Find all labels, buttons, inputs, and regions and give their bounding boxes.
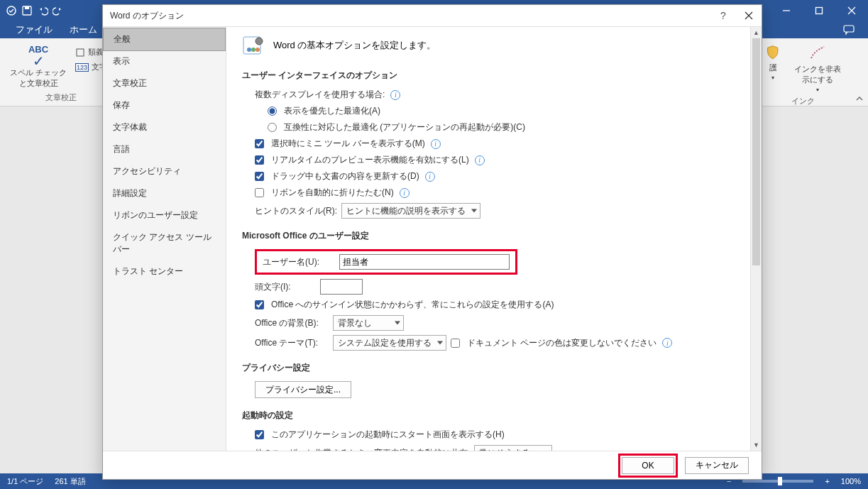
highlight-ok: OK: [618, 454, 678, 478]
info-icon[interactable]: i: [475, 155, 485, 165]
sidebar-item-general[interactable]: 全般: [103, 28, 226, 51]
info-icon[interactable]: i: [425, 172, 435, 182]
radio-compat-optimize[interactable]: [268, 123, 277, 132]
section-privacy: プライバシー設定: [242, 362, 735, 374]
ok-button[interactable]: OK: [622, 457, 674, 474]
office-background-label: Office の背景(B):: [255, 317, 329, 329]
status-words[interactable]: 261 単語: [55, 476, 85, 487]
radio-display-optimize[interactable]: [268, 106, 277, 116]
section-user-settings: Microsoft Office のユーザー設定: [242, 230, 735, 242]
status-page[interactable]: 1/1 ページ: [7, 476, 43, 487]
svg-rect-8: [77, 49, 84, 56]
username-input[interactable]: [339, 254, 510, 270]
cb-always-use-settings-label: Office へのサインイン状態にかかわらず、常にこれらの設定を使用する(A): [271, 299, 554, 311]
autosave-icon[interactable]: [6, 5, 17, 16]
info-icon[interactable]: i: [390, 90, 400, 100]
collapse-ribbon-button[interactable]: [854, 93, 865, 104]
share-changes-label: 他のユーザーと作業するとき、変更内容を自動的に共有:: [255, 447, 470, 451]
info-icon[interactable]: i: [400, 188, 410, 198]
scroll-down-icon[interactable]: ▼: [751, 439, 762, 451]
share-changes-dropdown[interactable]: 常にそうする: [474, 445, 552, 451]
maximize-button[interactable]: [803, 0, 835, 21]
options-header-text: Word の基本オプションを設定します。: [273, 39, 436, 52]
sidebar-item-proofing[interactable]: 文章校正: [103, 72, 226, 94]
sidebar-item-advanced[interactable]: 詳細設定: [103, 182, 226, 204]
sidebar-item-customize-ribbon[interactable]: リボンのユーザー設定: [103, 204, 226, 226]
cb-theme-docpage-color[interactable]: [451, 339, 460, 348]
group-proofing-label: 文章校正: [45, 92, 77, 103]
dialog-close-button[interactable]: [736, 5, 762, 26]
username-label: ユーザー名(U):: [263, 256, 319, 268]
radio-display-optimize-label: 表示を優先した最適化(A): [284, 105, 380, 117]
tab-file[interactable]: ファイル: [7, 21, 61, 39]
undo-icon[interactable]: [37, 5, 48, 16]
svg-point-12: [247, 48, 251, 52]
cb-drag-update-label: ドラッグ中も文書の内容を更新する(D): [271, 170, 419, 182]
spell-check-button[interactable]: ABC ✓ スペル チェック と文章校正: [7, 41, 70, 92]
scroll-up-icon[interactable]: ▲: [751, 27, 762, 38]
info-icon[interactable]: i: [662, 338, 672, 348]
section-startup: 起動時の設定: [242, 410, 735, 422]
office-theme-dropdown[interactable]: システム設定を使用する: [333, 335, 446, 351]
minimize-button[interactable]: [770, 0, 803, 21]
options-header-icon: [242, 34, 265, 57]
content-scrollbar[interactable]: ▲ ▼: [750, 27, 762, 451]
multi-display-label: 複数ディスプレイを使用する場合:i: [255, 89, 735, 101]
options-sidebar: 全般 表示 文章校正 保存 文字体裁 言語 アクセシビリティ 詳細設定 リボンの…: [103, 27, 226, 451]
cb-always-use-settings[interactable]: [255, 300, 264, 309]
cb-collapse-ribbon[interactable]: [255, 188, 264, 197]
info-icon[interactable]: i: [431, 139, 441, 149]
window-close-button[interactable]: [835, 0, 868, 21]
zoom-slider[interactable]: [742, 480, 813, 483]
hint-style-dropdown[interactable]: ヒントに機能の説明を表示する: [341, 203, 480, 219]
redo-icon[interactable]: [53, 5, 64, 16]
scroll-thumb[interactable]: [752, 38, 760, 265]
initials-label: 頭文字(I):: [255, 281, 316, 293]
sidebar-item-trust-center[interactable]: トラスト センター: [103, 260, 226, 282]
highlight-username: ユーザー名(U):: [255, 249, 517, 275]
radio-compat-optimize-label: 互換性に対応した最適化 (アプリケーションの再起動が必要)(C): [284, 121, 525, 133]
cb-live-preview-label: リアルタイムのプレビュー表示機能を有効にする(L): [271, 154, 469, 166]
quick-access-toolbar: [6, 5, 64, 16]
ribbon-group-right: 護 ▾ インクを非表 示にする ▾ インク: [754, 38, 851, 106]
cb-start-screen-label: このアプリケーションの起動時にスタート画面を表示する(H): [271, 429, 505, 441]
cb-start-screen[interactable]: [255, 430, 264, 439]
sidebar-item-display[interactable]: 表示: [103, 50, 226, 72]
svg-point-13: [251, 48, 256, 52]
shield-icon: [764, 44, 781, 61]
chevron-up-icon: [856, 95, 863, 102]
cb-mini-toolbar[interactable]: [255, 139, 264, 148]
protect-button-partial[interactable]: 護 ▾: [762, 41, 784, 96]
group-ink-label: インク: [791, 96, 815, 106]
cancel-button[interactable]: キャンセル: [685, 457, 749, 474]
options-content: Word の基本オプションを設定します。 ユーザー インターフェイスのオプション…: [226, 27, 762, 451]
svg-rect-7: [844, 26, 854, 32]
zoom-in-button[interactable]: +: [825, 477, 829, 485]
privacy-settings-button[interactable]: プライバシー設定...: [255, 381, 351, 398]
dialog-title-bar: Word のオプション ?: [103, 5, 762, 26]
save-icon[interactable]: [21, 5, 33, 16]
initials-input[interactable]: [320, 279, 363, 295]
tab-home[interactable]: ホーム: [61, 21, 106, 39]
cb-drag-update[interactable]: [255, 172, 264, 181]
check-icon: ✓: [33, 56, 45, 66]
hide-ink-button[interactable]: インクを非表 示にする ▾: [791, 41, 844, 96]
status-zoom[interactable]: 100%: [841, 477, 861, 485]
spell-check-label: スペル チェック と文章校正: [10, 67, 67, 89]
sidebar-item-qat[interactable]: クイック アクセス ツール バー: [103, 226, 226, 260]
svg-rect-4: [816, 8, 823, 14]
sidebar-item-typography[interactable]: 文字体裁: [103, 116, 226, 138]
svg-rect-2: [25, 6, 29, 9]
cb-live-preview[interactable]: [255, 155, 264, 165]
pen-hide-icon: [808, 44, 827, 62]
close-icon: [745, 11, 753, 20]
cb-collapse-ribbon-label: リボンを自動的に折りたたむ(N): [271, 187, 394, 199]
svg-point-14: [256, 48, 260, 52]
sidebar-item-save[interactable]: 保存: [103, 94, 226, 116]
office-background-dropdown[interactable]: 背景なし: [333, 315, 404, 331]
section-ui-options: ユーザー インターフェイスのオプション: [242, 70, 735, 82]
sidebar-item-accessibility[interactable]: アクセシビリティ: [103, 160, 226, 182]
comments-icon[interactable]: [842, 23, 855, 36]
sidebar-item-language[interactable]: 言語: [103, 138, 226, 160]
dialog-help-button[interactable]: ?: [710, 5, 736, 26]
